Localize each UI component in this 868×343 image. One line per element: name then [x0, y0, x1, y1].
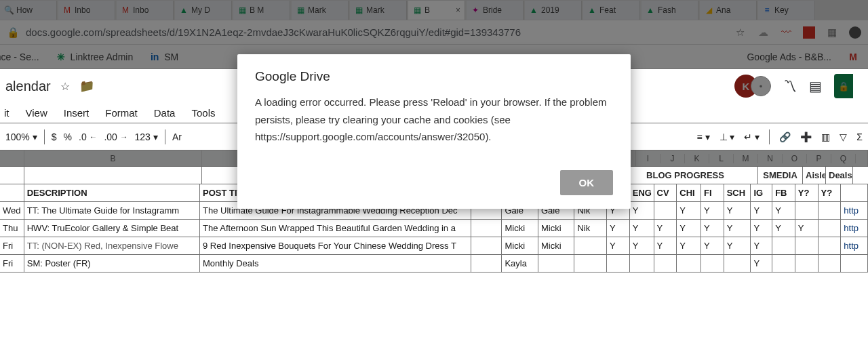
dialog-body: A loading error occurred. Please press '… [255, 94, 613, 146]
ok-button[interactable]: OK [560, 170, 614, 195]
modal-backdrop: Google Drive A loading error occurred. P… [0, 0, 868, 343]
error-dialog: Google Drive A loading error occurred. P… [237, 54, 631, 209]
dialog-title: Google Drive [255, 69, 613, 84]
